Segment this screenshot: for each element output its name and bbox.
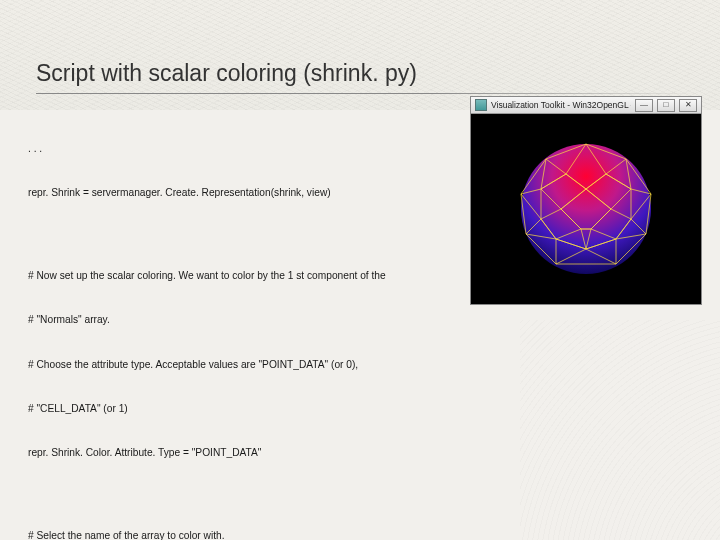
code-line: # Now set up the scalar coloring. We wan…: [28, 269, 438, 284]
maximize-button[interactable]: □: [657, 99, 675, 112]
window-titlebar[interactable]: Visualization Toolkit - Win32OpenGL #1 —…: [471, 97, 701, 114]
code-line: repr. Shrink. Color. Attribute. Type = "…: [28, 446, 438, 461]
rendered-sphere-icon: [501, 124, 671, 294]
slide-title: Script with scalar coloring (shrink. py): [0, 0, 720, 93]
code-line: # "Normals" array.: [28, 313, 438, 328]
code-line: repr. Shrink = servermanager. Create. Re…: [28, 186, 438, 201]
render-viewport[interactable]: [471, 114, 701, 304]
code-block: . . . repr. Shrink = servermanager. Crea…: [28, 112, 438, 540]
code-line: . . .: [28, 142, 438, 157]
render-window: Visualization Toolkit - Win32OpenGL #1 —…: [470, 96, 702, 305]
window-title: Visualization Toolkit - Win32OpenGL #1: [491, 100, 631, 110]
app-icon: [475, 99, 487, 111]
minimize-button[interactable]: —: [635, 99, 653, 112]
svg-point-0: [521, 144, 651, 274]
close-button[interactable]: ✕: [679, 99, 697, 112]
code-line: # "CELL_DATA" (or 1): [28, 402, 438, 417]
code-line: # Select the name of the array to color …: [28, 529, 438, 540]
code-line: # Choose the attribute type. Acceptable …: [28, 358, 438, 373]
